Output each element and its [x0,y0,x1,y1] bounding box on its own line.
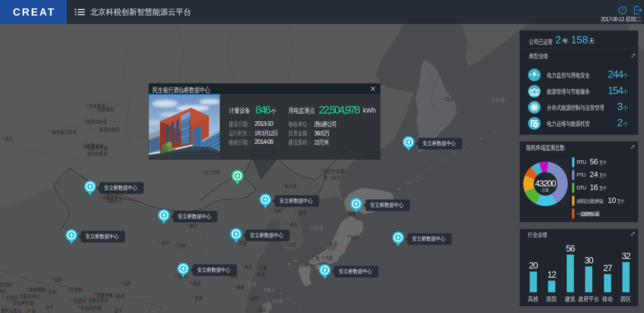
svg-text:坎普尔: 坎普尔 [74,298,86,304]
svg-text:巴雷利: 巴雷利 [0,282,12,288]
svg-text:仙台: 仙台 [351,234,359,240]
svg-text:兰契: 兰契 [28,308,36,313]
svg-text:重庆: 重庆 [193,281,201,287]
svg-text:格拉: 格拉 [0,288,7,294]
svg-text:沈阳: 沈阳 [273,208,282,214]
svg-text:贾巴尔普尔: 贾巴尔普尔 [1,308,22,313]
svg-text:乌卡: 乌卡 [446,97,454,102]
svg-text:乌兰巴托: 乌兰巴托 [204,169,220,175]
svg-text:西宁: 西宁 [162,240,170,246]
svg-text:东京: 东京 [328,245,336,251]
svg-text:福州: 福州 [250,296,259,301]
svg-text:?: ? [621,7,624,13]
svg-text:日本海: 日本海 [310,225,324,231]
svg-text:杭州: 杭州 [257,272,265,278]
svg-text:坎普尔: 坎普尔 [6,295,18,301]
svg-text:达卡: 达卡 [114,308,122,313]
svg-text:达卡: 达卡 [46,305,54,310]
svg-text:清津: 清津 [298,210,306,216]
svg-text:大阪: 大阪 [325,255,333,261]
svg-text:达尔: 达尔 [5,136,13,142]
svg-text:赤尾屿: 赤尾屿 [272,299,283,304]
svg-text:安拉阿巴德: 安拉阿巴德 [13,300,34,306]
svg-text:长崎: 长崎 [300,262,308,268]
svg-text:台北: 台北 [258,307,266,313]
svg-text:加德满都: 加德满都 [28,287,45,293]
svg-text:戈勒克布尔: 戈勒克布尔 [88,298,108,303]
svg-text:戈勒克布尔: 戈勒克布尔 [20,294,40,299]
svg-text:克（伯力）: 克（伯力） [324,175,344,181]
svg-text:新库兹涅茨克: 新库兹涅茨克 [52,129,76,135]
svg-text:南京: 南京 [244,264,252,270]
svg-text:安拉阿巴德: 安拉阿巴德 [81,305,101,311]
svg-text:上海: 上海 [259,265,267,271]
svg-text:兰州: 兰州 [178,243,186,249]
svg-text:广岛: 广岛 [312,256,320,261]
svg-text:白令海: 白令海 [491,97,505,103]
svg-text:拉萨: 拉萨 [123,281,131,287]
svg-text:廷布: 廷布 [48,289,56,295]
svg-text:东海: 东海 [247,281,256,287]
svg-text:诺戈尔斯克: 诺戈尔斯克 [87,151,108,157]
svg-text:哈巴罗夫斯: 哈巴罗夫斯 [324,168,344,174]
svg-text:托木斯克: 托木斯克 [97,107,114,112]
svg-text:大田: 大田 [288,242,296,248]
svg-text:贵阳: 贵阳 [195,296,203,301]
svg-text:南昌: 南昌 [236,284,245,290]
svg-text:巴雷利: 巴雷利 [70,287,82,293]
svg-text:乌鲁木齐: 乌鲁木齐 [106,198,122,203]
svg-text:乌斯季卡缅: 乌斯季卡缅 [83,143,103,149]
svg-text:廷布: 廷布 [116,294,124,299]
svg-text:哈尔滨: 哈尔滨 [285,183,297,189]
svg-text:咸兴: 咸兴 [290,222,298,228]
svg-text:新西伯利亚: 新西伯利亚 [100,127,120,132]
svg-text:银川: 银川 [189,223,198,229]
svg-text:拉萨: 拉萨 [54,277,63,283]
svg-text:钓鱼岛: 钓鱼岛 [264,288,275,293]
svg-text:新西伯利亚: 新西伯利亚 [86,119,107,125]
